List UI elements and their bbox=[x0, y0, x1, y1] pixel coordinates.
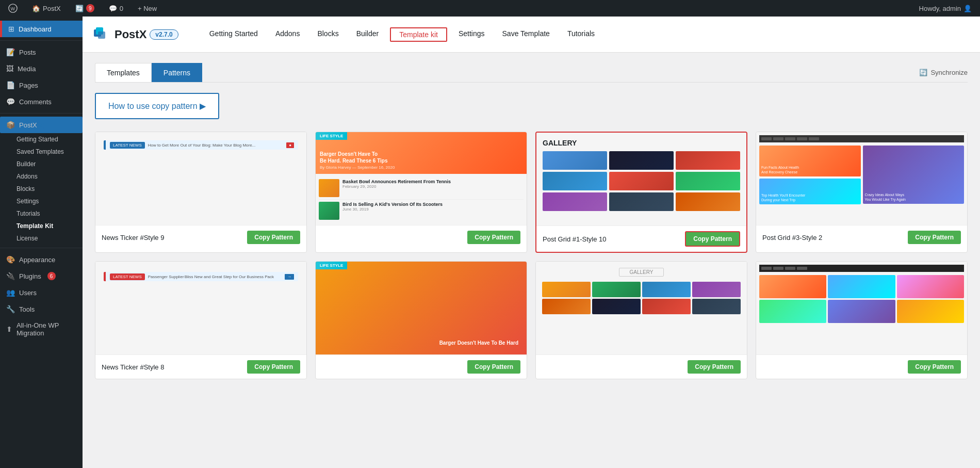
submenu-getting-started[interactable]: Getting Started bbox=[6, 133, 83, 146]
submenu-blocks[interactable]: Blocks bbox=[6, 183, 83, 195]
card-footer-lifestyle-bottom: Copy Pattern bbox=[316, 354, 527, 379]
card-preview-post-grid-v3 bbox=[756, 262, 967, 354]
sidebar-arrow-icon: ◀ bbox=[39, 121, 44, 129]
sync-button[interactable]: 🔄 Synchronize bbox=[919, 69, 968, 76]
submenu-saved-templates[interactable]: Saved Templates bbox=[6, 146, 83, 158]
card-preview-gallery-bottom: GALLERY bbox=[536, 262, 747, 354]
sidebar-item-posts[interactable]: 📝 Posts bbox=[0, 44, 83, 60]
sidebar-item-tools[interactable]: 🔧 Tools bbox=[0, 301, 83, 317]
content-area: PostX v2.7.0 Getting Started Addons Bloc… bbox=[83, 17, 980, 468]
sidebar-item-migration[interactable]: ⬆ All-in-One WP Migration bbox=[0, 317, 83, 341]
appearance-icon: 🎨 bbox=[6, 255, 15, 264]
nav-template-kit[interactable]: Template kit bbox=[390, 27, 447, 42]
patterns-grid: LATEST NEWS How to Get More Out of Your … bbox=[95, 132, 968, 379]
pattern-card-post-grid-v3: Copy Pattern bbox=[756, 261, 968, 379]
sidebar-item-appearance[interactable]: 🎨 Appearance bbox=[0, 251, 83, 268]
submenu-addons[interactable]: Addons bbox=[6, 170, 83, 183]
card-preview-news-ticker-8: LATEST NEWS Passenger Supplier Bliss New… bbox=[95, 262, 306, 354]
card-preview-news-ticker-9: LATEST NEWS How to Get More Out of Your … bbox=[95, 132, 306, 225]
copy-btn-news-ticker-9[interactable]: Copy Pattern bbox=[247, 231, 300, 244]
plugin-nav: Getting Started Addons Blocks Builder Te… bbox=[201, 17, 603, 53]
wp-logo[interactable]: W bbox=[5, 0, 21, 17]
pattern-card-news-ticker-8: LATEST NEWS Passenger Supplier Bliss New… bbox=[95, 261, 307, 379]
sidebar-item-users[interactable]: 👥 Users bbox=[0, 284, 83, 301]
card-preview-post-grid-style2: Fun Facts About HealthAnd Recovery Chees… bbox=[756, 132, 967, 225]
posts-icon: 📝 bbox=[6, 48, 15, 56]
nav-tutorials[interactable]: Tutorials bbox=[559, 17, 603, 53]
new-content-item[interactable]: + New bbox=[135, 0, 160, 17]
submenu-settings[interactable]: Settings bbox=[6, 195, 83, 207]
page-content: Templates Patterns 🔄 Synchronize How to … bbox=[83, 53, 980, 468]
card-footer-lifestyle: Copy Pattern bbox=[316, 225, 527, 249]
comments-item[interactable]: 💬 0 bbox=[106, 0, 126, 17]
card-footer-post-grid-style2: Post Grid #3-Style 2 Copy Pattern bbox=[756, 225, 967, 249]
sidebar-item-postx[interactable]: 📦 PostX ◀ bbox=[0, 117, 83, 133]
sidebar-item-plugins[interactable]: 🔌 Plugins 6 bbox=[0, 268, 83, 284]
nav-save-template[interactable]: Save Template bbox=[494, 17, 558, 53]
pattern-card-news-ticker-9: LATEST NEWS How to Get More Out of Your … bbox=[95, 132, 307, 253]
nav-builder[interactable]: Builder bbox=[348, 17, 387, 53]
postx-icon: 📦 bbox=[6, 121, 15, 129]
sidebar-item-media[interactable]: 🖼 Media bbox=[0, 60, 83, 77]
postx-submenu: Getting Started Saved Templates Builder … bbox=[0, 133, 83, 245]
sidebar-item-comments[interactable]: 💬 Comments bbox=[0, 93, 83, 110]
updates-item[interactable]: 🔄 9 bbox=[72, 0, 97, 17]
copy-btn-lifestyle-bottom[interactable]: Copy Pattern bbox=[467, 360, 520, 374]
site-name[interactable]: 🏠 PostX bbox=[29, 0, 64, 17]
svg-rect-4 bbox=[98, 31, 105, 39]
copy-btn-gallery[interactable]: Copy Pattern bbox=[685, 231, 740, 247]
dashboard-icon: ⊞ bbox=[8, 25, 14, 33]
card-footer-post-grid-v3: Copy Pattern bbox=[756, 354, 967, 379]
pattern-card-gallery-bottom: GALLERY bbox=[535, 261, 747, 379]
admin-user[interactable]: Howdy, admin 👤 bbox=[916, 0, 975, 17]
tools-icon: 🔧 bbox=[6, 305, 15, 313]
nav-addons[interactable]: Addons bbox=[267, 17, 308, 53]
submenu-builder[interactable]: Builder bbox=[6, 158, 83, 170]
card-preview-lifestyle: LIFE STYLE Barger Doesn't Have ToBe Hard… bbox=[316, 132, 527, 225]
sidebar-item-dashboard[interactable]: ⊞ Dashboard bbox=[0, 21, 83, 37]
sidebar: ⊞ Dashboard 📝 Posts 🖼 Media 📄 Pages 💬 Co… bbox=[0, 17, 83, 468]
tab-templates[interactable]: Templates bbox=[95, 63, 152, 82]
media-icon: 🖼 bbox=[6, 64, 13, 73]
nav-settings[interactable]: Settings bbox=[450, 17, 493, 53]
sync-icon: 🔄 bbox=[919, 69, 927, 76]
copy-btn-post-grid-v3[interactable]: Copy Pattern bbox=[908, 360, 961, 374]
comments-icon: 💬 bbox=[6, 98, 15, 106]
copy-btn-gallery-bottom[interactable]: Copy Pattern bbox=[688, 360, 741, 374]
pattern-card-lifestyle-bottom: LIFE STYLE Barger Doesn't Have To Be Har… bbox=[315, 261, 527, 379]
card-footer-news-ticker-8: News Ticker #Style 8 Copy Pattern bbox=[95, 354, 306, 379]
tabs-row: Templates Patterns 🔄 Synchronize bbox=[95, 63, 968, 83]
pattern-card-gallery: GALLERY bbox=[535, 132, 747, 253]
sidebar-item-pages[interactable]: 📄 Pages bbox=[0, 77, 83, 93]
pages-icon: 📄 bbox=[6, 81, 15, 89]
tab-patterns[interactable]: Patterns bbox=[152, 63, 202, 82]
card-footer-gallery-bottom: Copy Pattern bbox=[536, 354, 747, 379]
copy-btn-lifestyle[interactable]: Copy Pattern bbox=[467, 231, 520, 244]
plugin-logo: PostX v2.7.0 bbox=[93, 25, 178, 44]
copy-btn-post-grid-style2[interactable]: Copy Pattern bbox=[908, 231, 961, 244]
plugin-header: PostX v2.7.0 Getting Started Addons Bloc… bbox=[83, 17, 980, 53]
how-to-banner[interactable]: How to use copy pattern ▶ bbox=[95, 93, 219, 119]
card-preview-gallery: GALLERY bbox=[536, 133, 746, 225]
submenu-template-kit[interactable]: Template Kit bbox=[6, 220, 83, 232]
plugins-icon: 🔌 bbox=[6, 272, 15, 280]
card-footer-gallery: Post Grid #1-Style 10 Copy Pattern bbox=[536, 225, 746, 252]
pattern-card-lifestyle: LIFE STYLE Barger Doesn't Have ToBe Hard… bbox=[315, 132, 527, 253]
nav-blocks[interactable]: Blocks bbox=[309, 17, 347, 53]
pattern-card-post-grid-style2: Fun Facts About HealthAnd Recovery Chees… bbox=[756, 132, 968, 253]
version-badge: v2.7.0 bbox=[150, 29, 178, 40]
svg-text:W: W bbox=[11, 6, 15, 11]
copy-btn-news-ticker-8[interactable]: Copy Pattern bbox=[247, 360, 300, 374]
card-preview-lifestyle-bottom: LIFE STYLE Barger Doesn't Have To Be Har… bbox=[316, 262, 527, 354]
card-footer-news-ticker-9: News Ticker #Style 9 Copy Pattern bbox=[95, 225, 306, 249]
admin-bar: W 🏠 PostX 🔄 9 💬 0 + New Howdy, admin 👤 bbox=[0, 0, 980, 17]
nav-getting-started[interactable]: Getting Started bbox=[201, 17, 266, 53]
submenu-license[interactable]: License bbox=[6, 232, 83, 245]
users-icon: 👥 bbox=[6, 288, 15, 297]
submenu-tutorials[interactable]: Tutorials bbox=[6, 207, 83, 220]
migration-icon: ⬆ bbox=[6, 325, 12, 333]
